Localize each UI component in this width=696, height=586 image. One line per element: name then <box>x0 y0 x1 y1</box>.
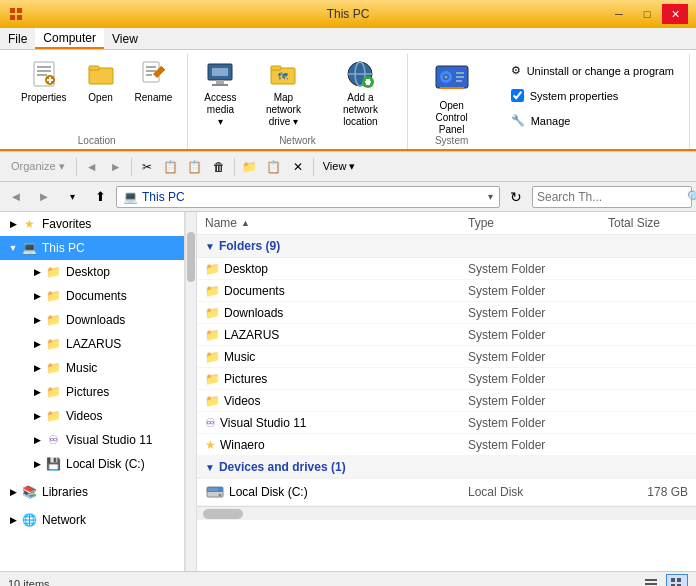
control-panel-icon <box>432 58 472 98</box>
devices-section-header[interactable]: ▼ Devices and drives (1) <box>197 456 696 479</box>
system-properties-checkbox[interactable] <box>511 89 524 102</box>
row-pictures[interactable]: 📁Pictures System Folder <box>197 368 696 390</box>
libraries-icon: 📚 <box>20 483 38 501</box>
sidebar-item-desktop[interactable]: ▶ 📁 Desktop <box>0 260 184 284</box>
row-winaero[interactable]: ★Winaero System Folder <box>197 434 696 456</box>
toolbar-copy[interactable]: 📋 <box>160 156 182 178</box>
manage-button[interactable]: 🔧 Manage <box>504 110 681 131</box>
refresh-button[interactable]: ↻ <box>504 185 528 209</box>
sidebar-item-lazarus[interactable]: ▶ 📁 LAZARUS <box>0 332 184 356</box>
toolbar-new-folder[interactable]: 📁 <box>239 156 261 178</box>
sidebar-item-downloads[interactable]: ▶ 📁 Downloads <box>0 308 184 332</box>
rename-icon <box>137 58 169 90</box>
sidebar-item-pictures[interactable]: ▶ 📁 Pictures <box>0 380 184 404</box>
svg-rect-3 <box>17 15 22 20</box>
row-documents[interactable]: 📁Documents System Folder <box>197 280 696 302</box>
col-header-name[interactable]: Name ▲ <box>205 216 468 230</box>
sidebar-item-visual-studio[interactable]: ▶ ♾ Visual Studio 11 <box>0 428 184 452</box>
svg-rect-15 <box>146 70 156 72</box>
col-header-size[interactable]: Total Size <box>608 216 688 230</box>
svg-rect-38 <box>456 80 462 82</box>
menu-view[interactable]: View <box>104 28 146 49</box>
open-icon <box>85 58 117 90</box>
add-network-label: Add a network location <box>329 92 391 128</box>
search-input[interactable] <box>537 190 687 204</box>
nav-up[interactable]: ⬆ <box>88 185 112 209</box>
sidebar-item-network[interactable]: ▶ 🌐 Network <box>0 508 184 532</box>
add-network-location-button[interactable]: Add a network location <box>322 54 398 132</box>
svg-rect-21 <box>212 84 228 86</box>
nav-back[interactable]: ◄ <box>4 185 28 209</box>
map-network-drive-button[interactable]: 🗺 Map network drive ▾ <box>249 54 319 132</box>
sidebar-item-videos[interactable]: ▶ 📁 Videos <box>0 404 184 428</box>
toolbar-back[interactable]: ◄ <box>81 156 103 178</box>
favorites-arrow: ▶ <box>6 219 20 229</box>
uninstall-button[interactable]: ⚙ Uninstall or change a program <box>504 60 681 81</box>
ribbon-group-network: Access media ▾ 🗺 Map network drive ▾ <box>188 54 407 149</box>
search-box[interactable]: 🔍 <box>532 186 692 208</box>
sidebar-item-this-pc[interactable]: ▼ 💻 This PC <box>0 236 184 260</box>
row-downloads[interactable]: 📁Downloads System Folder <box>197 302 696 324</box>
sidebar-item-libraries[interactable]: ▶ 📚 Libraries <box>0 480 184 504</box>
network-icon: 🌐 <box>20 511 38 529</box>
address-dropdown-icon[interactable]: ▾ <box>488 191 493 202</box>
row-videos[interactable]: 📁Videos System Folder <box>197 390 696 412</box>
downloads-arrow: ▶ <box>30 315 44 325</box>
sidebar-scrollbar-thumb[interactable] <box>187 232 195 282</box>
minimize-button[interactable]: ─ <box>606 4 632 24</box>
view-list-button[interactable] <box>666 574 688 586</box>
row-desktop[interactable]: 📁Desktop System Folder <box>197 258 696 280</box>
rename-button[interactable]: Rename <box>128 54 180 108</box>
open-control-panel-button[interactable]: Open Control Panel <box>416 54 488 140</box>
toolbar-properties[interactable]: 📋 <box>263 156 285 178</box>
sidebar-item-music[interactable]: ▶ 📁 Music <box>0 356 184 380</box>
sidebar-item-local-disk[interactable]: ▶ 💾 Local Disk (C:) <box>0 452 184 476</box>
menu-file[interactable]: File <box>0 28 35 49</box>
toolbar-paste[interactable]: 📋 <box>184 156 206 178</box>
properties-button[interactable]: Properties <box>14 54 74 108</box>
main-area: ▶ ★ Favorites ▼ 💻 This PC ▶ 📁 Desktop ▶ … <box>0 212 696 571</box>
menu-computer[interactable]: Computer <box>35 28 104 49</box>
uninstall-label: Uninstall or change a program <box>527 65 674 77</box>
lazarus-icon: 📁 <box>44 335 62 353</box>
system-properties-button[interactable]: System properties <box>504 85 681 106</box>
nav-forward[interactable]: ► <box>32 185 56 209</box>
address-input-container[interactable]: 💻 This PC ▾ <box>116 186 500 208</box>
toolbar-forward[interactable]: ► <box>105 156 127 178</box>
sidebar-item-favorites[interactable]: ▶ ★ Favorites <box>0 212 184 236</box>
pictures-arrow: ▶ <box>30 387 44 397</box>
lazarus-arrow: ▶ <box>30 339 44 349</box>
add-network-location-icon <box>344 58 376 90</box>
svg-rect-2 <box>10 15 15 20</box>
svg-point-42 <box>219 494 222 497</box>
toolbar-delete[interactable]: 🗑 <box>208 156 230 178</box>
search-icon[interactable]: 🔍 <box>687 190 696 204</box>
folders-section-header[interactable]: ▼ Folders (9) <box>197 235 696 258</box>
map-network-drive-icon: 🗺 <box>267 58 299 90</box>
view-details-button[interactable] <box>640 574 662 586</box>
col-header-type[interactable]: Type <box>468 216 608 230</box>
toolbar-close[interactable]: ✕ <box>287 156 309 178</box>
uninstall-icon: ⚙ <box>511 64 521 77</box>
close-button[interactable]: ✕ <box>662 4 688 24</box>
open-label: Open <box>88 92 112 104</box>
maximize-button[interactable]: □ <box>634 4 660 24</box>
toolbar-organize[interactable]: Organize ▾ <box>4 156 72 178</box>
desktop-icon: 📁 <box>44 263 62 281</box>
properties-label: Properties <box>21 92 67 104</box>
access-media-button[interactable]: Access media ▾ <box>196 54 244 132</box>
sidebar-item-documents[interactable]: ▶ 📁 Documents <box>0 284 184 308</box>
row-music[interactable]: 📁Music System Folder <box>197 346 696 368</box>
hscroll-thumb[interactable] <box>203 509 243 519</box>
svg-rect-0 <box>10 8 15 13</box>
horizontal-scrollbar[interactable] <box>197 506 696 520</box>
toolbar-view[interactable]: View ▾ <box>318 156 361 178</box>
toolbar-cut[interactable]: ✂ <box>136 156 158 178</box>
svg-rect-31 <box>365 81 371 83</box>
music-icon: 📁 <box>44 359 62 377</box>
row-lazarus[interactable]: 📁LAZARUS System Folder <box>197 324 696 346</box>
row-local-disk[interactable]: Local Disk (C:) Local Disk 178 GB <box>197 479 696 506</box>
open-button[interactable]: Open <box>78 54 124 108</box>
nav-recent[interactable]: ▾ <box>60 185 84 209</box>
row-visual-studio[interactable]: ♾Visual Studio 11 System Folder <box>197 412 696 434</box>
